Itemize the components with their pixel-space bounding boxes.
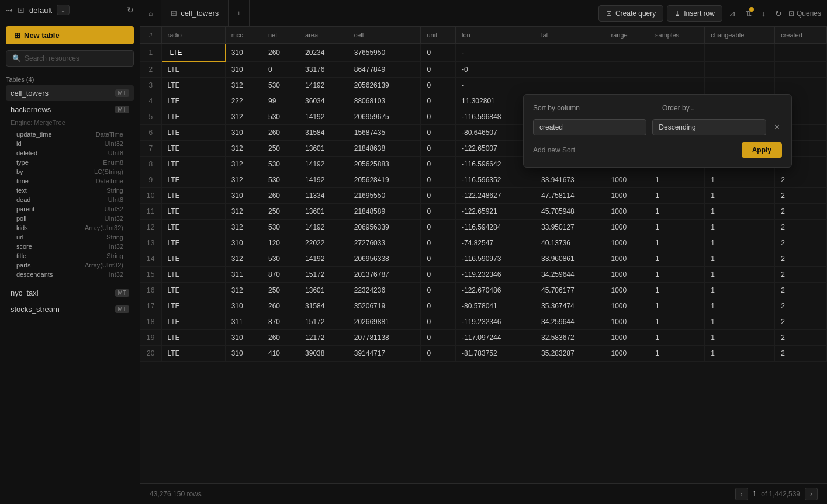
cell-area[interactable]: 20234 (299, 44, 348, 62)
cell-radio[interactable]: LTE (161, 172, 225, 188)
cell-cell[interactable]: 206959675 (348, 109, 421, 125)
cell-lat[interactable]: 35.283287 (535, 346, 605, 362)
cell-lat[interactable]: 47.758114 (535, 188, 605, 204)
cell-radio[interactable]: LTE (161, 283, 225, 298)
cell-range[interactable] (605, 62, 649, 78)
cell-mcc[interactable]: 312 (225, 157, 262, 172)
cell-area[interactable]: 14192 (299, 109, 348, 125)
cell-radio[interactable]: LTE (161, 346, 225, 362)
col-header-cell[interactable]: cell (348, 27, 421, 44)
cell-unit[interactable]: 0 (421, 109, 456, 125)
cell-samples[interactable]: 1 (649, 188, 705, 204)
search-box[interactable]: 🔍 (6, 50, 134, 67)
cell-range[interactable] (605, 78, 649, 93)
create-query-button[interactable]: ⊡ Create query (598, 5, 663, 22)
cell-cell[interactable]: 201376787 (348, 267, 421, 283)
cell-net[interactable]: 530 (262, 78, 299, 93)
cell-changeable[interactable] (705, 44, 775, 62)
cell-samples[interactable]: 1 (649, 172, 705, 188)
col-header-lat[interactable]: lat (535, 27, 605, 44)
cell-created[interactable]: 2 (775, 298, 827, 314)
cell-area[interactable]: 15172 (299, 314, 348, 330)
cell-net[interactable]: 250 (262, 283, 299, 298)
cell-net[interactable]: 250 (262, 204, 299, 220)
cell-area[interactable]: 33176 (299, 62, 348, 78)
cell-mcc[interactable]: 311 (225, 267, 262, 283)
cell-range[interactable]: 1000 (605, 172, 649, 188)
cell-lat[interactable]: 34.259644 (535, 267, 605, 283)
next-page-button[interactable]: › (805, 488, 818, 500)
cell-unit[interactable]: 0 (421, 93, 456, 109)
cell-lon[interactable]: -119.232346 (456, 314, 535, 330)
cell-net[interactable]: 410 (262, 346, 299, 362)
cell-radio[interactable]: LTE (161, 235, 225, 251)
cell-unit[interactable]: 0 (421, 267, 456, 283)
cell-net[interactable]: 260 (262, 44, 299, 62)
cell-lon[interactable]: -119.232346 (456, 267, 535, 283)
cell-radio[interactable]: LTE (161, 62, 225, 78)
cell-unit[interactable]: 0 (421, 298, 456, 314)
cell-area[interactable]: 36034 (299, 93, 348, 109)
cell-lat[interactable]: 33.941673 (535, 172, 605, 188)
cell-cell[interactable]: 27276033 (348, 235, 421, 251)
cell-mcc[interactable]: 312 (225, 109, 262, 125)
cell-created[interactable]: 2 (775, 204, 827, 220)
cell-created[interactable]: 2 (775, 283, 827, 298)
cell-unit[interactable]: 0 (421, 62, 456, 78)
cell-created[interactable]: 2 (775, 172, 827, 188)
cell-samples[interactable]: 1 (649, 283, 705, 298)
cell-lat[interactable]: 45.706177 (535, 283, 605, 298)
cell-radio[interactable]: LTE (161, 157, 225, 172)
cell-cell[interactable]: 21695550 (348, 188, 421, 204)
cell-cell[interactable]: 88068103 (348, 93, 421, 109)
cell-mcc[interactable]: 312 (225, 78, 262, 93)
cell-area[interactable]: 31584 (299, 298, 348, 314)
cell-created[interactable] (775, 44, 827, 62)
cell-cell[interactable]: 206956339 (348, 220, 421, 235)
apply-sort-button[interactable]: Apply (742, 142, 782, 158)
cell-changeable[interactable]: 1 (705, 298, 775, 314)
cell-lon[interactable]: -117.097244 (456, 330, 535, 346)
cell-radio[interactable]: LTE (161, 204, 225, 220)
cell-mcc[interactable]: 310 (225, 62, 262, 78)
cell-unit[interactable]: 0 (421, 314, 456, 330)
cell-created[interactable]: 2 (775, 188, 827, 204)
sidebar-item-cell-towers[interactable]: cell_towers MT (6, 85, 134, 101)
cell-changeable[interactable]: 1 (705, 204, 775, 220)
cell-changeable[interactable]: 1 (705, 283, 775, 298)
cell-created[interactable]: 2 (775, 220, 827, 235)
cell-cell[interactable]: 86477849 (348, 62, 421, 78)
cell-changeable[interactable]: 1 (705, 267, 775, 283)
cell-lat[interactable]: 33.960861 (535, 251, 605, 267)
cell-range[interactable]: 1000 (605, 314, 649, 330)
cell-lat[interactable]: 32.583672 (535, 330, 605, 346)
cell-radio[interactable]: LTE (161, 125, 225, 141)
cell-range[interactable]: 1000 (605, 298, 649, 314)
cell-samples[interactable] (649, 62, 705, 78)
queries-label[interactable]: ⊡ Queries (788, 9, 821, 18)
cell-lon[interactable]: -116.590973 (456, 251, 535, 267)
cell-area[interactable]: 13601 (299, 283, 348, 298)
cell-range[interactable]: 1000 (605, 330, 649, 346)
cell-lon[interactable]: -81.783752 (456, 346, 535, 362)
cell-changeable[interactable]: 1 (705, 251, 775, 267)
col-header-net[interactable]: net (262, 27, 299, 44)
cell-net[interactable]: 260 (262, 125, 299, 141)
cell-net[interactable]: 120 (262, 235, 299, 251)
cell-mcc[interactable]: 312 (225, 172, 262, 188)
cell-lon[interactable]: - (456, 78, 535, 93)
cell-area[interactable]: 14192 (299, 172, 348, 188)
cell-created[interactable]: 2 (775, 235, 827, 251)
cell-mcc[interactable]: 312 (225, 220, 262, 235)
cell-range[interactable]: 1000 (605, 251, 649, 267)
col-header-lon[interactable]: lon (456, 27, 535, 44)
refresh-table-button[interactable]: ↻ (772, 6, 785, 21)
cell-samples[interactable] (649, 78, 705, 93)
cell-net[interactable]: 260 (262, 330, 299, 346)
cell-samples[interactable] (649, 44, 705, 62)
cell-mcc[interactable]: 312 (225, 204, 262, 220)
cell-cell[interactable]: 35206719 (348, 298, 421, 314)
cell-unit[interactable]: 0 (421, 78, 456, 93)
cell-lon[interactable]: -122.248627 (456, 188, 535, 204)
col-header-unit[interactable]: unit (421, 27, 456, 44)
